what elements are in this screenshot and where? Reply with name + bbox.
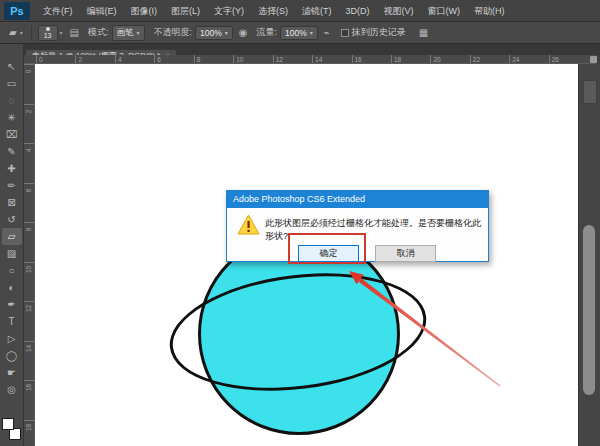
tool-icon: ↺ [7, 214, 15, 225]
document-tab-strip: 未标题-1 @ 100% (椭圆 3, RGB/8) * × [24, 44, 600, 55]
ruler-tick-label: 18 [24, 420, 34, 446]
marquee-tool[interactable]: ▭ [2, 75, 22, 92]
options-separator [31, 26, 32, 40]
brush-picker-caret-icon[interactable]: ▾ [60, 29, 67, 36]
menu-item[interactable]: 文件(F) [36, 0, 80, 22]
ruler-tick-label: 16 [352, 55, 391, 63]
opacity-label: 不透明度: [154, 26, 193, 39]
tools-panel: ↖ ▭ ◌ ✳ ⌧ ✎ ✚ [0, 44, 24, 446]
move-tool[interactable]: ↖ [2, 58, 22, 75]
menu-item[interactable]: 视图(V) [377, 0, 421, 22]
path-selection-tool[interactable]: ▷ [2, 330, 22, 347]
ruler-tick-label: 2 [75, 55, 114, 63]
tool-icon: ✎ [7, 146, 15, 157]
tool-icon: ✏ [7, 180, 15, 191]
tools-list: ↖ ▭ ◌ ✳ ⌧ ✎ ✚ [2, 58, 22, 398]
menu-item[interactable]: 图层(L) [164, 0, 207, 22]
tool-icon: T [8, 316, 14, 327]
dialog-title-bar[interactable]: Adobe Photoshop CS6 Extended [227, 191, 488, 208]
menu-item[interactable]: 编辑(E) [80, 0, 124, 22]
ruler-tick-label: 6 [154, 55, 193, 63]
erase-to-history-label: 抹到历史记录 [352, 26, 406, 39]
erase-to-history-checkbox[interactable] [341, 29, 349, 37]
ruler-tick-label: 16 [24, 380, 34, 420]
flow-value: 100% [285, 28, 307, 38]
canvas-right-gutter [578, 64, 600, 446]
tool-icon: ▨ [7, 248, 16, 259]
ruler-tick-label: 4 [24, 143, 34, 183]
hand-tool[interactable]: ☛ [2, 364, 22, 381]
ruler-tick-label: 12 [273, 55, 312, 63]
healing-brush-tool[interactable]: ✚ [2, 160, 22, 177]
ruler-tick-label: 6 [24, 183, 34, 223]
tool-preset-caret-icon[interactable]: ▾ [20, 29, 27, 36]
dodge-tool[interactable]: ◐ [2, 279, 22, 296]
cancel-button[interactable]: 取消 [375, 245, 436, 262]
panel-dock-handle[interactable] [583, 80, 597, 104]
tool-icon: ✳ [7, 112, 15, 123]
eraser-preset-icon[interactable]: ▰ [6, 27, 20, 38]
color-swatches [2, 418, 22, 442]
tool-icon: ○ [8, 265, 14, 276]
menu-item[interactable]: 帮助(H) [467, 0, 512, 22]
flow-dropdown[interactable]: 100% ▾ [280, 26, 318, 40]
menu-item[interactable]: 文字(Y) [207, 0, 251, 22]
tool-icon: ✒ [7, 299, 15, 310]
ruler-tick-label: 12 [24, 301, 34, 341]
chevron-down-icon: ▾ [310, 29, 313, 36]
clone-stamp-tool[interactable]: ⊠ [2, 194, 22, 211]
pressure-opacity-icon[interactable]: ◉ [236, 27, 251, 38]
menu-item[interactable]: 图像(I) [124, 0, 165, 22]
ruler-tick-label: 2 [24, 104, 34, 144]
airbrush-icon[interactable]: ⌁ [321, 27, 333, 38]
tool-icon: ◎ [7, 384, 16, 395]
red-annotation-rectangle [288, 233, 366, 264]
eraser-tool[interactable]: ▱ [2, 228, 22, 245]
menu-item[interactable]: 滤镜(T) [295, 0, 339, 22]
ruler-tick-label: 8 [24, 222, 34, 262]
brush-size-picker[interactable]: 13 [38, 25, 58, 41]
mode-label: 模式: [88, 26, 109, 39]
ruler-tick-label: 10 [233, 55, 272, 63]
ring-ellipse-path [163, 260, 433, 405]
flow-label: 流量: [257, 26, 278, 39]
eyedropper-tool[interactable]: ✎ [2, 143, 22, 160]
tool-icon: ⌧ [6, 129, 18, 140]
vertical-scrollbar[interactable] [583, 225, 595, 395]
ruler-tick-label: 18 [391, 55, 430, 63]
brush-tip-icon [46, 27, 50, 31]
crop-tool[interactable]: ⌧ [2, 126, 22, 143]
ruler-tick-label: 4 [115, 55, 154, 63]
menu-item[interactable]: 3D(D) [339, 0, 377, 22]
chevron-down-icon: ▾ [225, 29, 228, 36]
ruler-tick-label: 14 [312, 55, 351, 63]
ruler-corner-button[interactable] [590, 56, 597, 63]
quick-selection-tool[interactable]: ✳ [2, 109, 22, 126]
tool-icon: ◯ [6, 350, 17, 361]
tool-icon: ◌ [9, 95, 15, 106]
lasso-tool[interactable]: ◌ [2, 92, 22, 109]
tool-icon: ☛ [7, 367, 16, 378]
mode-dropdown[interactable]: 画笔 ▾ [112, 25, 145, 41]
brush-tool[interactable]: ✏ [2, 177, 22, 194]
vertical-ruler: 024681012141618 [24, 64, 35, 446]
chevron-down-icon: ▾ [137, 29, 140, 36]
zoom-tool[interactable]: ◎ [2, 381, 22, 398]
menu-item[interactable]: 窗口(W) [421, 0, 468, 22]
type-tool[interactable]: T [2, 313, 22, 330]
history-brush-tool[interactable]: ↺ [2, 211, 22, 228]
ruler-tick-label: 8 [194, 55, 233, 63]
gradient-tool[interactable]: ▨ [2, 245, 22, 262]
opacity-dropdown[interactable]: 100% ▾ [195, 26, 233, 40]
blur-tool[interactable]: ○ [2, 262, 22, 279]
shape-tool[interactable]: ◯ [2, 347, 22, 364]
brush-panel-toggle-icon[interactable]: ▤ [67, 27, 82, 38]
brush-size-value: 13 [44, 32, 52, 39]
ruler-tick-label: 14 [24, 341, 34, 381]
menu-item[interactable]: 选择(S) [251, 0, 295, 22]
ruler-tick-label: 0 [36, 55, 75, 63]
pen-tool[interactable]: ✒ [2, 296, 22, 313]
foreground-color-swatch[interactable] [2, 418, 14, 430]
tool-icon: ◐ [8, 282, 14, 293]
brush-presets-panel-icon[interactable]: ▦ [416, 27, 431, 38]
